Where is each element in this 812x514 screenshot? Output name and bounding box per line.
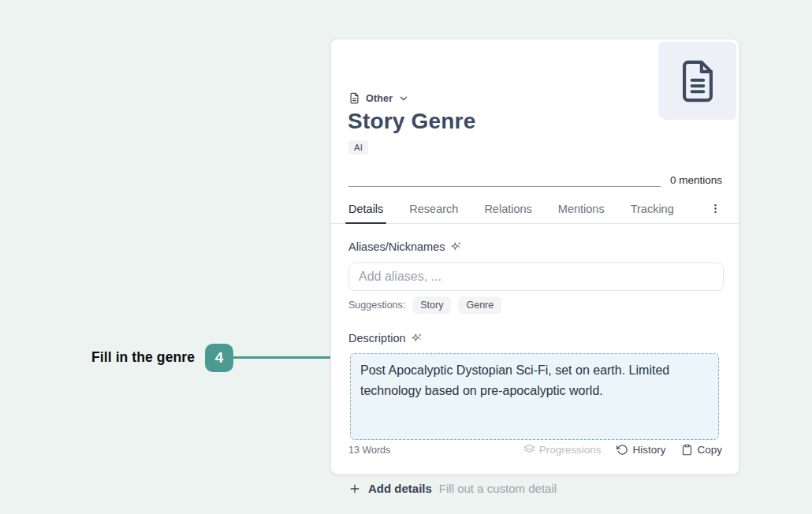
word-count: 13 Words [348,445,390,456]
kebab-menu-icon [710,203,721,214]
aliases-label: Aliases/Nicknames [348,240,445,253]
ai-badge: AI [348,140,368,155]
description-footer: 13 Words Progressions [348,444,722,456]
tab-relations[interactable]: Relations [484,194,531,223]
history-label: History [632,444,665,456]
plus-icon [348,482,361,495]
layers-icon [523,444,535,456]
aliases-label-row: Aliases/Nicknames [348,240,463,253]
tab-details[interactable]: Details [348,194,383,223]
add-details-button[interactable]: Add details Fill out a custom detail [348,482,557,495]
add-details-label: Add details [368,482,432,495]
progressions-label: Progressions [539,444,602,456]
aliases-input[interactable] [348,263,724,291]
copy-label: Copy [697,444,722,456]
suggestions-label: Suggestions: [348,300,405,311]
ai-sparkles-icon [411,332,423,345]
tab-tracking[interactable]: Tracking [631,194,674,223]
history-icon [616,444,628,456]
description-textarea[interactable]: Post Apocalyptic Dystopian Sci-Fi, set o… [350,353,719,440]
clipboard-icon [681,444,693,456]
add-details-hint: Fill out a custom detail [439,482,557,495]
entry-type-label: Other [366,93,393,104]
suggestion-chip-genre[interactable]: Genre [458,296,501,314]
history-button[interactable]: History [616,444,665,456]
annotation-callout: Fill in the genre 4 [91,343,345,372]
subtitle-underline-field[interactable] [348,168,661,187]
suggestion-chip-story[interactable]: Story [412,296,451,314]
description-label: Description [348,332,406,345]
ai-sparkles-icon [450,240,463,253]
aliases-suggestions: Suggestions: Story Genre [348,296,501,314]
tab-research[interactable]: Research [409,194,458,223]
story-genre-card: Other Story Genre AI 0 mentions Details … [330,39,739,475]
tab-mentions[interactable]: Mentions [558,194,605,223]
entry-title[interactable]: Story Genre [348,109,475,134]
description-label-row: Description [348,332,423,345]
annotation-step-badge: 4 [205,344,233,372]
file-icon [348,92,360,104]
progressions-button[interactable]: Progressions [523,444,602,456]
mentions-count: 0 mentions [670,174,722,187]
annotation-label: Fill in the genre [91,349,195,366]
annotation-connector-line [233,356,337,359]
mentions-row: 0 mentions [348,168,722,187]
more-options-button[interactable] [710,203,721,214]
copy-button[interactable]: Copy [681,444,722,456]
tab-bar: Details Research Relations Mentions Trac… [331,194,739,224]
screenshot-stage: Fill in the genre 4 [0,0,812,514]
entry-type-selector[interactable]: Other [348,92,409,104]
chevron-down-icon [398,93,409,104]
